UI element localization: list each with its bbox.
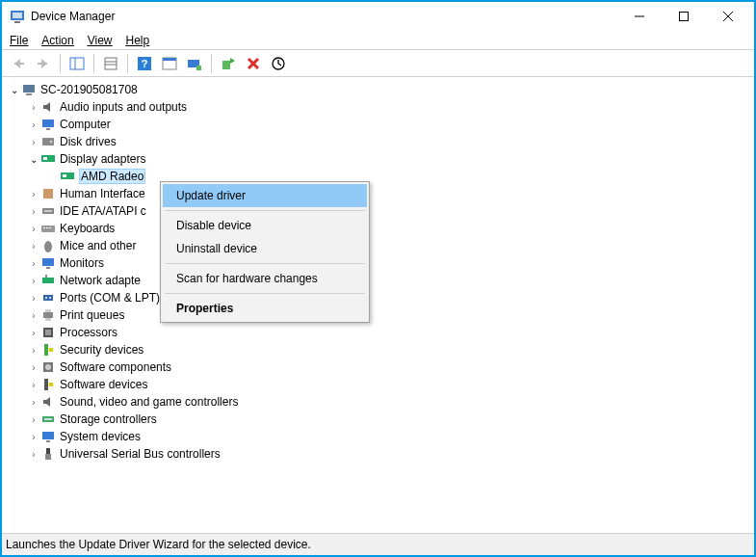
menu-help[interactable]: Help	[126, 34, 150, 47]
chevron-right-icon[interactable]: ›	[27, 397, 40, 408]
tree-node-label: Universal Serial Bus controllers	[60, 447, 221, 461]
svg-point-48	[49, 297, 51, 299]
monitor-icon	[40, 117, 56, 132]
chevron-down-icon[interactable]: ⌄	[27, 154, 40, 165]
uninstall-device-button[interactable]	[243, 53, 264, 74]
toolbar-separator	[60, 54, 61, 73]
svg-rect-55	[49, 348, 53, 352]
chevron-right-icon[interactable]: ›	[27, 328, 40, 338]
chevron-right-icon[interactable]: ›	[27, 276, 40, 286]
chevron-right-icon[interactable]: ›	[27, 362, 40, 373]
chevron-right-icon[interactable]: ›	[27, 345, 40, 356]
scan-hardware-button[interactable]	[184, 53, 205, 74]
menu-separator	[165, 293, 365, 294]
show-hide-tree-button[interactable]	[66, 53, 88, 74]
device-tree-panel[interactable]: ⌄ SC-201905081708 ›Audio inputs and outp…	[2, 77, 754, 534]
window-title: Device Manager	[31, 10, 115, 23]
ide-icon	[40, 203, 56, 219]
tree-node-disk[interactable]: ›Disk drives	[27, 133, 748, 150]
tree-node-display-child[interactable]: AMD Radeo	[46, 168, 748, 185]
chevron-right-icon[interactable]: ›	[27, 137, 40, 147]
tree-node-system[interactable]: ›System devices	[27, 428, 748, 445]
tree-node-monitors[interactable]: ›Monitors	[27, 254, 748, 272]
ctx-scan-hardware[interactable]: Scan for hardware changes	[163, 267, 367, 290]
chevron-right-icon[interactable]: ›	[27, 224, 40, 234]
action-button[interactable]	[159, 53, 180, 74]
tree-node-label: Human Interface	[60, 187, 145, 200]
software-component-icon	[40, 359, 56, 375]
chevron-right-icon[interactable]: ›	[27, 258, 40, 269]
tree-node-hid[interactable]: ›Human Interface	[27, 185, 748, 202]
menu-item-label: Uninstall device	[176, 242, 257, 255]
tree-node-ports[interactable]: ›Ports (COM & LPT)	[27, 289, 748, 306]
tree-node-swdev[interactable]: ›Software devices	[27, 376, 748, 393]
tree-node-label: Ports (COM & LPT)	[60, 291, 160, 305]
chevron-right-icon[interactable]: ›	[27, 380, 40, 390]
menu-action[interactable]: Action	[41, 34, 73, 47]
svg-rect-34	[43, 189, 53, 199]
svg-rect-2	[14, 21, 20, 23]
tree-node-security[interactable]: ›Security devices	[27, 341, 748, 358]
chevron-right-icon[interactable]: ›	[27, 206, 40, 217]
chevron-right-icon[interactable]: ›	[27, 189, 40, 199]
svg-rect-11	[105, 58, 117, 69]
update-driver-button[interactable]	[218, 53, 239, 74]
tree-root[interactable]: ⌄ SC-201905081708	[8, 81, 748, 98]
forward-button[interactable]	[33, 53, 54, 74]
ctx-uninstall-device[interactable]: Uninstall device	[163, 237, 367, 260]
tree-node-mice[interactable]: ›Mice and other	[27, 237, 748, 254]
minimize-button[interactable]	[617, 2, 662, 31]
tree-node-computer[interactable]: ›Computer	[27, 116, 748, 133]
ctx-update-driver[interactable]: Update driver	[163, 184, 367, 207]
tree-node-label: Software components	[60, 360, 171, 374]
chevron-right-icon[interactable]: ›	[27, 293, 40, 304]
toolbar-separator	[211, 54, 212, 73]
speaker-icon	[40, 99, 56, 115]
disable-device-button[interactable]	[268, 53, 289, 74]
svg-rect-51	[45, 318, 51, 321]
chevron-right-icon[interactable]: ›	[27, 432, 40, 442]
tree-node-label: Computer	[60, 118, 111, 131]
tree-node-audio[interactable]: ›Audio inputs and outputs	[27, 98, 748, 116]
svg-rect-24	[23, 85, 35, 93]
ctx-disable-device[interactable]: Disable device	[163, 214, 367, 237]
chevron-right-icon[interactable]: ›	[27, 119, 40, 130]
menu-separator	[165, 210, 365, 211]
tree-node-label: Processors	[60, 326, 117, 339]
tree-node-sound[interactable]: ›Sound, video and game controllers	[27, 393, 748, 411]
menu-file[interactable]: File	[10, 34, 28, 47]
tree-node-keyboards[interactable]: ›Keyboards	[27, 220, 748, 237]
chevron-right-icon[interactable]: ›	[27, 102, 40, 113]
tree-node-usb[interactable]: ›Universal Serial Bus controllers	[27, 445, 748, 463]
security-icon	[40, 342, 56, 358]
chevron-down-icon[interactable]: ⌄	[8, 85, 21, 95]
tree-node-label: Security devices	[60, 343, 143, 357]
tree-node-processors[interactable]: ›Processors	[27, 324, 748, 341]
tree-node-label: Print queues	[60, 308, 124, 322]
chevron-right-icon[interactable]: ›	[27, 241, 40, 252]
chevron-right-icon[interactable]: ›	[27, 449, 40, 460]
chevron-right-icon[interactable]: ›	[27, 414, 40, 425]
menu-view[interactable]: View	[88, 34, 113, 47]
maximize-button[interactable]	[662, 2, 706, 31]
toolbar: ?	[2, 50, 754, 77]
tree-node-label: SC-201905081708	[40, 83, 138, 96]
properties-button[interactable]	[100, 53, 121, 74]
tree-node-display[interactable]: ⌄Display adapters	[27, 150, 748, 168]
svg-rect-65	[45, 454, 51, 460]
menu-item-label: Properties	[176, 302, 233, 315]
device-tree[interactable]: ⌄ SC-201905081708 ›Audio inputs and outp…	[8, 81, 748, 463]
help-button[interactable]: ?	[134, 53, 155, 74]
tree-node-swcomp[interactable]: ›Software components	[27, 358, 748, 376]
back-button[interactable]	[8, 53, 29, 74]
tree-node-storage[interactable]: ›Storage controllers	[27, 411, 748, 428]
chevron-right-icon[interactable]: ›	[27, 310, 40, 321]
tree-node-ide[interactable]: ›IDE ATA/ATAPI c	[27, 202, 748, 220]
ctx-properties[interactable]: Properties	[163, 297, 367, 320]
tree-node-network[interactable]: ›Network adapte	[27, 272, 748, 289]
tree-node-printq[interactable]: ›Print queues	[27, 306, 748, 324]
svg-rect-20	[222, 61, 230, 69]
tree-node-label: Disk drives	[60, 135, 117, 148]
tree-node-label: Audio inputs and outputs	[60, 100, 187, 114]
close-button[interactable]	[706, 2, 750, 31]
